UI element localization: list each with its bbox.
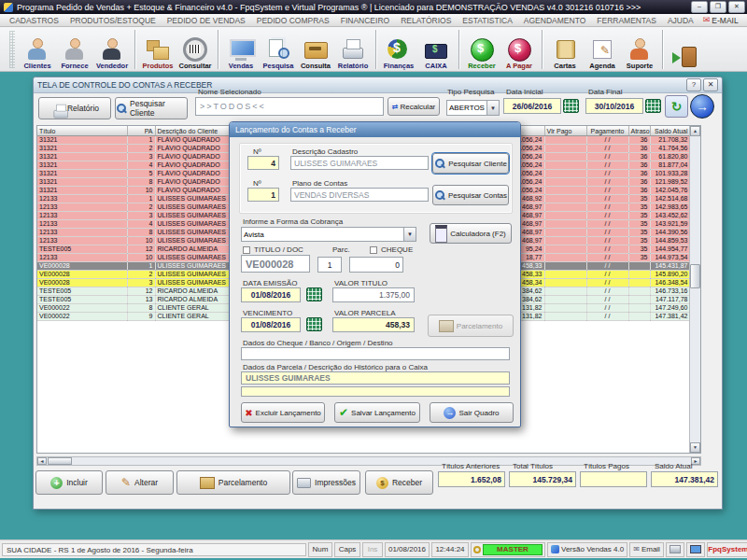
toolbar-button-sair[interactable] [667,28,704,71]
incluir-button[interactable]: + Incluir [35,470,103,495]
calendar-icon[interactable] [306,317,322,331]
data-emissao-field[interactable]: 01/08/2016 [241,287,301,302]
dados-cheque-input[interactable] [241,347,510,360]
pesquisar-cliente-button[interactable]: Pesquisar Cliente [115,97,188,119]
dados-parcela-input-2[interactable] [241,386,510,397]
toolbar-button-relatorio[interactable]: Relatório [334,28,372,71]
dados-parcela-input[interactable]: ULISSES GUIMARAES [241,371,510,385]
close-button[interactable]: ✕ [728,1,745,13]
version-icon [551,545,559,553]
excluir-lancamento-button[interactable]: ✖ Excluir Lançamento [241,402,325,423]
menu-item-email[interactable]: ✉ E-MAIL [699,16,742,25]
minimize-button[interactable]: – [691,1,708,13]
forma-cobranca-select[interactable]: Avista ▼ [241,227,416,242]
calculadora-button[interactable]: Calculadora (F2) [430,223,512,244]
dialog-pesquisar-cliente-button[interactable]: Pesquisar Cliente [432,153,509,174]
menu-item[interactable]: ESTATISTICA [457,16,518,25]
column-header[interactable]: Vlr Pago [544,126,586,136]
calendar-icon[interactable] [645,99,661,113]
menu-item[interactable]: AGENDAMENTO [518,16,591,25]
numero-cadastro-field[interactable]: 4 [247,156,279,170]
vertical-scrollbar[interactable]: ▲ ▼ [689,126,700,453]
impressoes-button[interactable]: Impressões [292,470,360,495]
column-header[interactable]: PA [127,126,155,136]
scroll-left-arrow[interactable]: ◄ [37,457,47,465]
table-cell: / / [586,279,628,287]
scroll-thumb[interactable] [48,457,72,465]
menu-item[interactable]: PRODUTOS/ESTOQUE [64,16,162,25]
salvar-lancamento-button[interactable]: ✔ Salvar Lançamento [334,402,420,423]
parcelamento-button[interactable]: Parcelamento [176,470,290,495]
dialog-titlebar[interactable]: Lançamento do Contas a Receber [230,122,520,137]
status-printer-panel[interactable] [666,542,684,557]
table-cell: 147.381,42 [650,313,690,321]
scroll-right-arrow[interactable]: ► [691,457,700,465]
scroll-down-arrow[interactable]: ▼ [690,442,700,453]
toolbar-button-vendas[interactable]: Vendas [222,28,260,71]
plano-contas-field[interactable]: VENDAS DIVERSAS [290,188,429,202]
status-monitor-panel[interactable] [686,542,705,557]
scroll-up-arrow[interactable]: ▲ [690,126,700,136]
menu-item[interactable]: PEDIDO DE VENDAS [162,16,251,25]
pesquisar-contas-button[interactable]: Pesquisar Contas [432,185,509,205]
status-email-panel[interactable]: ✉ Email [629,542,664,557]
menu-item[interactable]: FERRAMENTAS [591,16,662,25]
numero-plano-field[interactable]: 1 [247,188,279,202]
titulo-doc-field[interactable]: VE000028 [241,255,310,273]
cheque-field[interactable]: 0 [349,257,403,273]
vencimento-field[interactable]: 01/08/2016 [241,317,301,332]
menu-item[interactable]: FINANCEIRO [335,16,395,25]
status-ins: Ins [362,542,383,557]
toolbar-button-caixa[interactable]: CAIXA [417,28,455,71]
status-email: Email [641,545,660,553]
column-header[interactable]: Título [37,126,127,136]
menu-item[interactable]: RELATÓRIOS [395,16,457,25]
menu-item[interactable]: AJUDA [662,16,699,25]
data-final-input[interactable]: 30/10/2016 [585,98,643,114]
tipo-pesquisa-select[interactable]: ABERTOS ▼ [446,100,500,116]
toolbar-button-a-pagar[interactable]: A Pagar [500,28,538,71]
toolbar-button-produtos[interactable]: Produtos [139,28,176,71]
sair-quadro-button[interactable]: → Sair Quadro [430,402,514,423]
toolbar-button-suporte[interactable]: Suporte [621,28,658,71]
toolbar-button-clientes[interactable]: Clientes [19,28,56,71]
toolbar-button-agenda[interactable]: Agenda [584,28,621,71]
relatorio-button[interactable]: Relatório [38,97,111,119]
cheque-checkbox[interactable] [370,246,377,254]
toolbar-button-consultar[interactable]: Consultar [176,28,214,71]
forward-button[interactable]: → [690,94,714,119]
toolbar-button-receber[interactable]: Receber [463,28,500,71]
descricao-cadastro-field[interactable]: ULISSES GUIMARAES [290,156,429,170]
receber-button[interactable]: $ Receber [365,470,433,495]
toolbar-button-cartas[interactable]: Cartas [546,28,584,71]
restore-button[interactable]: ❐ [710,1,726,13]
calendar-icon[interactable] [306,287,322,301]
recalcular-button[interactable]: ⇄ Recalcular [388,97,440,116]
refresh-button[interactable]: ↻ [665,95,688,118]
dialog-parcelamento-button[interactable]: Parcelamento [428,315,514,337]
toolbar-button-vendedor[interactable]: Vendedor [93,28,131,71]
toolbar-button-fornece[interactable]: Fornece [56,28,93,71]
magnifier-icon [434,189,445,201]
toolbar-button-financas[interactable]: Finanças [380,28,417,71]
alterar-button[interactable]: ✎ Alterar [106,470,174,495]
column-header[interactable]: Atraso [628,126,650,136]
calendar-icon[interactable] [563,99,579,113]
window-close-button[interactable]: ✕ [703,78,718,91]
parc-field[interactable]: 1 [317,257,342,273]
help-button[interactable]: ? [686,78,701,91]
menu-item[interactable]: PEDIDO COMPRAS [251,16,335,25]
table-cell: 10 [127,254,155,262]
column-header[interactable]: Pagamento [586,126,628,136]
titulo-doc-checkbox[interactable] [243,246,250,254]
valor-parcela-field[interactable]: 458,33 [332,317,415,332]
menu-item[interactable]: CADASTROS [4,16,64,25]
toolbar-button-pesquisa[interactable]: Pesquisa [260,28,297,71]
valor-titulo-field[interactable]: 1.375,00 [332,287,415,302]
nome-selecionado-input[interactable]: >>TODOS<< [195,97,384,116]
column-header[interactable]: Saldo Atual [650,126,690,136]
table-cell: / / [586,136,628,145]
toolbar-button-consulta[interactable]: Consulta [297,28,334,71]
scroll-thumb[interactable] [690,264,700,288]
data-inicial-input[interactable]: 26/06/2016 [503,98,561,114]
